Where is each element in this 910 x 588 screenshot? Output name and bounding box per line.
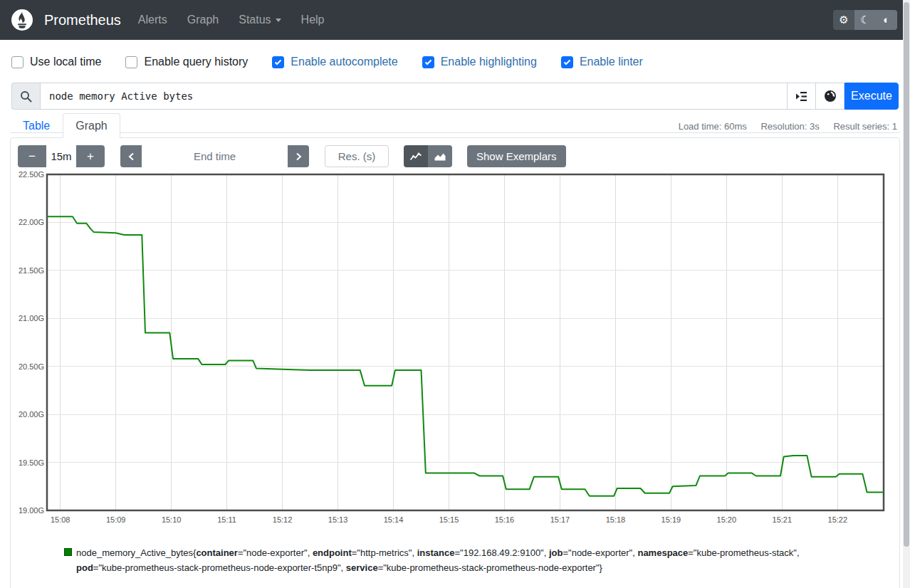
- tab-graph[interactable]: Graph: [63, 113, 120, 138]
- graph-controls: − +: [18, 145, 892, 167]
- results-header: Load time: 60ms Resolution: 3s Result se…: [0, 120, 910, 133]
- range-increase-button[interactable]: +: [76, 145, 105, 167]
- x-tick-label: 15:17: [550, 515, 570, 524]
- enable-query-history-checkbox-box[interactable]: [125, 56, 137, 68]
- graph-canvas[interactable]: 22.50G22.00G21.50G21.00G20.50G20.00G19.5…: [18, 169, 895, 527]
- y-tick-label: 20.50G: [19, 362, 44, 371]
- x-tick-label: 15:08: [51, 515, 70, 524]
- x-tick-label: 15:22: [828, 515, 848, 524]
- range-decrease-button[interactable]: −: [18, 145, 46, 167]
- resolution-input[interactable]: [325, 145, 389, 167]
- x-tick-label: 15:16: [495, 515, 515, 524]
- use-local-time-label: Use local time: [30, 56, 101, 68]
- y-tick-label: 20.00G: [19, 410, 44, 419]
- nav-help[interactable]: Help: [291, 8, 335, 32]
- x-tick-label: 15:12: [273, 515, 293, 524]
- format-expression-button[interactable]: [816, 83, 844, 110]
- enable-highlighting-label: Enable highlighting: [441, 56, 537, 68]
- legend-swatch: [64, 548, 72, 556]
- graph-panel: − +: [10, 137, 900, 588]
- result-series: Result series: 1: [833, 121, 897, 132]
- x-tick-label: 15:14: [384, 515, 404, 524]
- y-tick-label: 21.00G: [19, 314, 44, 322]
- check-icon: [274, 59, 282, 65]
- y-tick-label: 21.50G: [19, 266, 44, 275]
- query-stats: Load time: 60ms Resolution: 3s Result se…: [667, 121, 897, 132]
- legend-label-key: container: [196, 547, 238, 558]
- caret-down-icon: [276, 19, 281, 22]
- enable-autocomplete-checkbox-box[interactable]: [272, 56, 284, 68]
- legend-label-key: endpoint: [313, 547, 352, 558]
- prometheus-brand[interactable]: Prometheus: [11, 9, 121, 31]
- prometheus-logo-icon: [11, 9, 33, 31]
- enable-autocomplete-checkbox[interactable]: Enable autocomplete: [272, 56, 397, 68]
- enable-query-history-label: Enable query history: [144, 56, 248, 68]
- range-input[interactable]: [46, 145, 76, 167]
- enable-highlighting-checkbox-box[interactable]: [422, 56, 434, 68]
- x-tick-label: 15:19: [661, 515, 681, 524]
- nav-status[interactable]: Status: [229, 8, 291, 32]
- search-icon: [20, 90, 32, 103]
- show-exemplars-button[interactable]: Show Exemplars: [467, 145, 566, 167]
- range-group: − +: [18, 145, 105, 167]
- metrics-explorer-button[interactable]: [788, 83, 816, 110]
- nav-graph[interactable]: Graph: [177, 8, 229, 32]
- time-forward-button[interactable]: [288, 145, 309, 167]
- enable-query-history-checkbox[interactable]: Enable query history: [125, 56, 248, 68]
- nav-alerts[interactable]: Alerts: [128, 8, 177, 32]
- auto-theme-button[interactable]: ◐: [876, 10, 897, 30]
- stacked-chart-button[interactable]: [428, 145, 452, 167]
- query-input[interactable]: [40, 83, 788, 110]
- legend-label-key: namespace: [637, 547, 688, 558]
- gear-icon: ⚙: [839, 14, 848, 26]
- theme-toggle-group: ⚙☾◐: [833, 10, 897, 30]
- check-icon: [563, 59, 571, 65]
- scrollbar-thumb[interactable]: [904, 2, 909, 547]
- use-local-time-checkbox[interactable]: Use local time: [11, 56, 101, 68]
- end-time-input[interactable]: [142, 145, 288, 167]
- y-tick-label: 22.00G: [19, 218, 44, 226]
- chevron-right-icon: [296, 152, 302, 161]
- x-tick-label: 15:11: [217, 515, 236, 524]
- x-tick-label: 15:20: [717, 515, 737, 524]
- x-tick-label: 15:18: [606, 515, 626, 524]
- x-tick-label: 15:09: [106, 515, 126, 524]
- dark-theme-button[interactable]: ☾: [854, 10, 876, 30]
- series-line: [47, 216, 884, 496]
- enable-highlighting-checkbox[interactable]: Enable highlighting: [422, 56, 537, 68]
- enable-linter-checkbox-box[interactable]: [561, 56, 573, 68]
- options-row: Use local timeEnable query historyEnable…: [0, 40, 910, 83]
- use-local-time-checkbox-box[interactable]: [11, 56, 23, 68]
- line-chart-button[interactable]: [404, 145, 428, 167]
- execute-button[interactable]: Execute: [844, 83, 899, 110]
- settings-button[interactable]: ⚙: [833, 10, 854, 30]
- chevron-left-icon: [128, 152, 135, 161]
- main-nav: AlertsGraphStatusHelp: [128, 8, 335, 32]
- brand-title: Prometheus: [44, 12, 121, 28]
- check-icon: [424, 59, 432, 65]
- y-tick-label: 19.00G: [19, 506, 44, 515]
- half-contrast-icon: ◐: [883, 14, 889, 26]
- legend-label-key: service: [346, 562, 378, 573]
- y-tick-label: 19.50G: [19, 458, 44, 467]
- y-tick-label: 22.50G: [19, 170, 44, 179]
- resolution: Resolution: 3s: [760, 121, 819, 132]
- legend-item[interactable]: node_memory_Active_bytes{container="node…: [64, 545, 892, 575]
- x-tick-label: 15:21: [773, 515, 793, 524]
- time-back-button[interactable]: [120, 145, 142, 167]
- x-tick-label: 15:10: [162, 515, 182, 524]
- x-tick-label: 15:15: [439, 515, 459, 524]
- end-time-group: [120, 145, 309, 167]
- legend-label-key: job: [549, 547, 563, 558]
- globe-icon: [824, 90, 837, 103]
- enable-autocomplete-label: Enable autocomplete: [291, 56, 397, 68]
- chart-type-toggle: [404, 145, 452, 167]
- navbar: Prometheus AlertsGraphStatusHelp ⚙☾◐: [0, 0, 910, 40]
- page-scrollbar[interactable]: [903, 0, 910, 588]
- moon-icon: ☾: [860, 14, 869, 26]
- tab-table[interactable]: Table: [10, 113, 63, 138]
- area-chart-icon: [434, 152, 446, 162]
- legend-label: node_memory_Active_bytes{container="node…: [76, 545, 849, 575]
- tab-graph-wrap: Graph: [63, 120, 120, 132]
- enable-linter-checkbox[interactable]: Enable linter: [561, 56, 643, 68]
